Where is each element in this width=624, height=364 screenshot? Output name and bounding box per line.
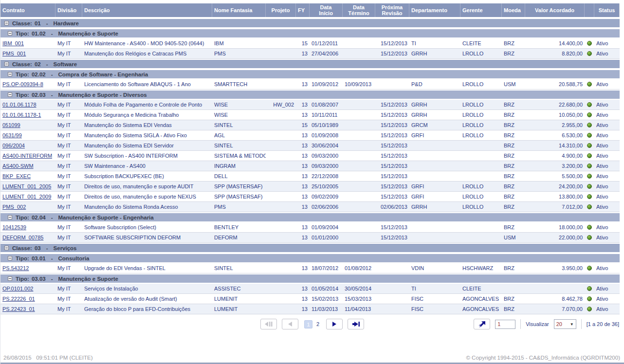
collapse-icon[interactable] (8, 215, 12, 219)
contract-link[interactable]: PS.543212 (2, 265, 29, 271)
cell-fy: 13 (296, 100, 310, 109)
status-active-icon (587, 184, 592, 189)
contract-link[interactable]: OP.0101.002 (2, 286, 33, 291)
column-header-moeda[interactable]: Moeda (502, 3, 525, 17)
cell-fantasia: AGL (212, 130, 266, 140)
cell-fy: 13 (296, 161, 310, 171)
cell-gerente: CLEITE (460, 38, 502, 48)
cell-revisao (375, 284, 409, 293)
last-page-button[interactable] (348, 319, 364, 329)
collapse-icon[interactable] (4, 246, 9, 250)
contract-link[interactable]: AS400-INTERFORM (2, 153, 52, 159)
column-header-gerente[interactable]: Gerente (460, 3, 502, 17)
cell-statusicon (585, 38, 594, 48)
cell-fantasia: IBM (212, 38, 266, 48)
cell-depto: TI (409, 284, 460, 293)
cell-projeto (266, 130, 296, 140)
contract-link[interactable]: 0631/99 (2, 132, 22, 138)
go-to-page-button[interactable] (474, 319, 490, 329)
column-header-inicio[interactable]: Data Início (310, 3, 343, 17)
cell-termino: 15/03/2013 (343, 294, 375, 304)
collapse-icon[interactable] (4, 21, 9, 25)
collapse-icon[interactable] (8, 92, 12, 97)
table-row: LUMENT_001_2005My ITDireitos de uso, man… (0, 182, 620, 192)
cell-projeto (266, 38, 296, 48)
cell-revisao: 15/12/2013 (375, 233, 409, 242)
contract-link[interactable]: 01.01.06.1178 (2, 102, 37, 108)
contract-link[interactable]: 051099 (2, 122, 20, 128)
column-header-descricao[interactable]: Descrição (82, 3, 212, 17)
contract-link[interactable]: BKP_EXEC (2, 173, 31, 179)
cell-inicio: 05/10/1989 (310, 120, 343, 130)
contract-link[interactable]: 10412539 (2, 224, 26, 230)
contract-link[interactable]: PS.22423_01 (2, 306, 35, 312)
column-header-projeto[interactable]: Projeto (266, 3, 296, 17)
cell-contrato: 01.01.06.1178 (0, 100, 55, 109)
cell-contrato: PMS_001 (0, 49, 55, 58)
contract-link[interactable]: PS.22226_01 (2, 296, 35, 302)
contract-link[interactable]: PMS_002 (2, 204, 26, 210)
cell-revisao: 15/12/2013 (375, 110, 409, 120)
cell-gerente (460, 171, 502, 181)
previous-page-button[interactable] (282, 319, 298, 329)
contract-link[interactable]: PS.OP-009394-8 (2, 81, 43, 87)
first-page-button[interactable] (260, 319, 277, 329)
copyright-label: © Copyright 1994-2015 - CA&DS_Informátic… (466, 355, 620, 361)
cell-projeto (266, 151, 296, 161)
page-size-select[interactable]: 20 ▼ (554, 319, 576, 329)
cell-revisao (375, 79, 409, 89)
contract-link[interactable]: 01.01.06.1178-1 (2, 112, 41, 118)
table-row: PS.OP-009394-8My ITLicenciamento do Soft… (0, 79, 620, 90)
cell-contrato: OP.0101.002 (0, 284, 55, 293)
cell-gerente: LROLLO (460, 100, 502, 109)
table-row: LUMENT_001_2009My ITDireitos de uso, man… (0, 192, 620, 202)
cell-contrato: LUMENT_001_2009 (0, 192, 55, 201)
cell-descricao: SOFTWARE SUBSCRIPTION DEFORM (82, 233, 212, 242)
group-row-tipo: Tipo:03.01-Consultoria (0, 253, 620, 263)
cell-gerente: LROLLO (460, 182, 502, 191)
group-dash: - (46, 245, 48, 251)
column-header-revisao[interactable]: Próxima Revisão (375, 3, 409, 17)
group-code: 02.02 (32, 72, 46, 77)
collapse-icon[interactable] (8, 276, 12, 281)
group-row-tipo: Tipo:03.03-Manutenção e Suporte (0, 273, 620, 284)
column-header-statusicon[interactable] (585, 3, 594, 17)
collapse-icon[interactable] (8, 31, 12, 36)
column-header-fantasia[interactable]: Nome Fantasia (212, 3, 266, 17)
group-dash: - (46, 61, 48, 67)
collapse-icon[interactable] (8, 72, 12, 76)
cell-fy: 13 (296, 141, 310, 150)
cell-moeda: BRZ (502, 38, 525, 48)
group-row-tipo: Tipo:02.03-Manutenção e Suporte - Divers… (0, 90, 620, 100)
column-header-fy[interactable]: FY (296, 3, 310, 17)
cell-gerente: LROLLO (460, 130, 502, 140)
column-header-contrato[interactable]: Contrato (0, 3, 55, 17)
go-to-page-input[interactable] (495, 320, 515, 329)
contract-link[interactable]: LUMENT_001_2009 (2, 194, 51, 200)
cell-termino (343, 100, 375, 109)
cell-termino (343, 192, 375, 201)
contract-link[interactable]: AS400-SWM (2, 163, 34, 169)
collapse-icon[interactable] (4, 62, 9, 66)
cell-divisao: My IT (55, 161, 82, 171)
next-page-button[interactable] (326, 319, 343, 329)
collapse-icon[interactable] (8, 256, 12, 260)
contract-link[interactable]: LUMENT_001_2005 (2, 183, 51, 189)
contract-link[interactable]: IBM_001 (2, 40, 24, 46)
column-header-depto[interactable]: Departamento (409, 3, 460, 17)
column-header-valor[interactable]: Valor Acordado (525, 3, 585, 17)
contract-link[interactable]: 096/2004 (2, 143, 25, 148)
cell-inicio: 22/12/2008 (310, 171, 343, 181)
cell-status: Ativo (594, 304, 620, 314)
page-2-link[interactable]: 2 (316, 321, 319, 327)
cell-descricao: Manutenção do Sistema EDI Servidor (82, 141, 212, 150)
contract-link[interactable]: DEFORM_00785 (2, 235, 43, 240)
cell-depto (409, 141, 460, 150)
contract-link[interactable]: PMS_001 (2, 51, 26, 56)
cell-valor: 3.200,00 (525, 161, 585, 171)
cell-divisao: My IT (55, 284, 82, 293)
column-header-divisao[interactable]: Divisão (55, 3, 82, 17)
cell-moeda: BRZ (502, 182, 525, 191)
column-header-termino[interactable]: Data Término (343, 3, 375, 17)
column-header-status[interactable]: Status (594, 3, 620, 17)
